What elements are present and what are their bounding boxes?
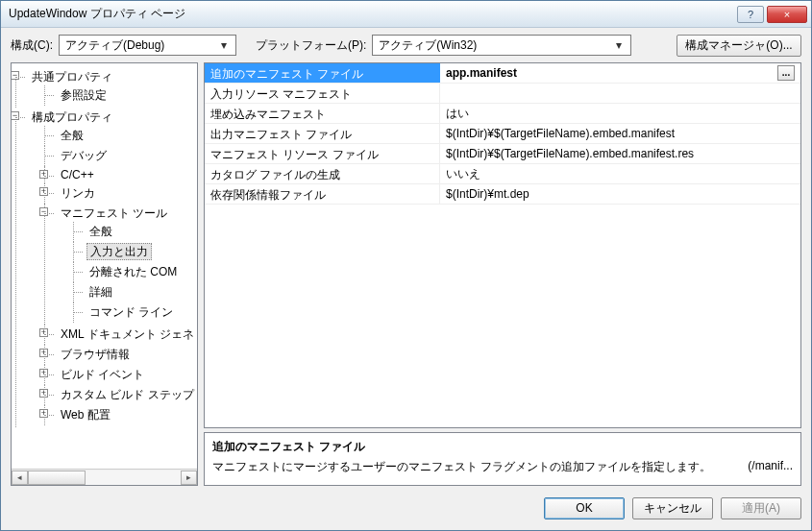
tree-node-web[interactable]: Web 配置 [58, 407, 113, 422]
property-name: 出力マニフェスト ファイル [205, 124, 440, 143]
tree-node-manifest-com[interactable]: 分離された COM [86, 264, 180, 279]
config-combo[interactable]: アクティブ(Debug) ▾ [59, 35, 236, 56]
cancel-button[interactable]: キャンセル [632, 497, 713, 519]
property-row[interactable]: 依存関係情報ファイル$(IntDir)¥mt.dep [205, 184, 800, 205]
property-row[interactable]: カタログ ファイルの生成いいえ [205, 164, 800, 184]
expand-icon[interactable]: + [39, 409, 48, 418]
config-toolbar: 構成(C): アクティブ(Debug) ▾ プラットフォーム(P): アクティブ… [1, 28, 811, 62]
collapse-icon[interactable]: − [12, 71, 19, 80]
description-pane: 追加のマニフェスト ファイル マニフェストにマージするユーザーのマニフェスト フ… [204, 432, 801, 486]
property-row[interactable]: マニフェスト リソース ファイル$(IntDir)¥$(TargetFileNa… [205, 144, 800, 164]
platform-combo-value: アクティブ(Win32) [379, 37, 611, 54]
tree-scrollbar[interactable]: ◂ ▸ [12, 469, 197, 485]
platform-label: プラットフォーム(P): [256, 37, 366, 54]
close-icon: × [784, 9, 790, 20]
scroll-left-icon[interactable]: ◂ [12, 471, 28, 485]
tree-node-manifest[interactable]: マニフェスト ツール [58, 205, 170, 221]
tree-node-common[interactable]: 共通プロパティ [29, 69, 115, 84]
tree-node-manifest-general[interactable]: 全般 [86, 224, 115, 239]
tree-node-manifest-io[interactable]: 入力と出力 [86, 243, 152, 260]
config-manager-button[interactable]: 構成マネージャ(O)... [677, 35, 801, 57]
description-title: 追加のマニフェスト ファイル [212, 439, 793, 455]
tree-node-debug[interactable]: デバッグ [58, 148, 110, 163]
property-name: マニフェスト リソース ファイル [205, 144, 440, 163]
config-label: 構成(C): [11, 37, 53, 54]
property-row[interactable]: 出力マニフェスト ファイル$(IntDir)¥$(TargetFileName)… [205, 124, 800, 144]
ok-button[interactable]: OK [544, 497, 625, 519]
tree-node-references[interactable]: 参照設定 [58, 87, 110, 103]
expand-icon[interactable]: + [39, 328, 48, 337]
property-name: 追加のマニフェスト ファイル [205, 63, 440, 83]
property-value[interactable]: いいえ [440, 164, 800, 183]
help-icon: ? [748, 9, 753, 20]
tree-node-browse[interactable]: ブラウザ情報 [58, 347, 133, 362]
expand-icon[interactable]: + [39, 170, 48, 179]
property-value[interactable]: $(IntDir)¥mt.dep [440, 184, 800, 204]
category-tree[interactable]: − 共通プロパティ 参照設定 − 構成プロパティ 全般 デバッグ +C/C++ [12, 63, 197, 469]
property-row[interactable]: 埋め込みマニフェストはい [205, 104, 800, 124]
dialog-footer: OK キャンセル 適用(A) [1, 492, 811, 530]
tree-node-linker[interactable]: リンカ [58, 185, 98, 201]
tree-node-custom[interactable]: カスタム ビルド ステップ [58, 387, 197, 402]
property-name: 埋め込みマニフェスト [205, 104, 440, 123]
scroll-right-icon[interactable]: ▸ [181, 471, 197, 485]
collapse-icon[interactable]: − [12, 111, 19, 120]
expand-icon[interactable]: + [39, 187, 48, 196]
expand-icon[interactable]: + [39, 369, 48, 377]
tree-pane: − 共通プロパティ 参照設定 − 構成プロパティ 全般 デバッグ +C/C++ [11, 62, 198, 486]
tree-node-manifest-advanced[interactable]: 詳細 [86, 284, 115, 300]
scroll-thumb[interactable] [28, 471, 86, 485]
property-pages-dialog: UpdateWindow プロパティ ページ ? × 構成(C): アクティブ(… [0, 0, 812, 531]
browse-button[interactable]: ... [777, 65, 795, 81]
collapse-icon[interactable]: − [39, 207, 48, 216]
property-grid[interactable]: 追加のマニフェスト ファイルapp.manifest...入力リソース マニフェ… [204, 62, 801, 428]
property-row[interactable]: 追加のマニフェスト ファイルapp.manifest... [205, 63, 800, 84]
property-value[interactable]: $(IntDir)¥$(TargetFileName).embed.manife… [440, 144, 800, 163]
tree-node-cpp[interactable]: C/C++ [58, 167, 97, 182]
tree-node-build[interactable]: ビルド イベント [58, 367, 147, 382]
property-name: 入力リソース マニフェスト [205, 84, 440, 103]
help-button[interactable]: ? [737, 6, 764, 23]
window-title: UpdateWindow プロパティ ページ [9, 6, 737, 22]
close-button[interactable]: × [767, 6, 807, 23]
property-row[interactable]: 入力リソース マニフェスト [205, 84, 800, 104]
scroll-track[interactable] [28, 471, 181, 485]
chevron-down-icon: ▾ [216, 37, 232, 53]
property-value[interactable] [440, 84, 800, 103]
tree-node-xml[interactable]: XML ドキュメント ジェネ [58, 326, 197, 342]
property-name: カタログ ファイルの生成 [205, 164, 440, 183]
config-combo-value: アクティブ(Debug) [65, 37, 216, 54]
apply-button: 適用(A) [721, 497, 801, 519]
chevron-down-icon: ▾ [611, 37, 627, 53]
tree-node-general[interactable]: 全般 [58, 128, 86, 143]
platform-combo[interactable]: アクティブ(Win32) ▾ [372, 35, 631, 56]
expand-icon[interactable]: + [39, 389, 48, 398]
description-flag: (/manif... [748, 459, 793, 472]
tree-node-config[interactable]: 構成プロパティ [29, 109, 115, 125]
property-value[interactable]: はい [440, 104, 800, 123]
property-value[interactable]: $(IntDir)¥$(TargetFileName).embed.manife… [440, 124, 800, 143]
expand-icon[interactable]: + [39, 349, 48, 357]
property-value[interactable]: app.manifest... [440, 63, 800, 83]
tree-node-manifest-cmd[interactable]: コマンド ライン [86, 304, 176, 320]
titlebar: UpdateWindow プロパティ ページ ? × [1, 1, 811, 28]
property-name: 依存関係情報ファイル [205, 184, 440, 204]
description-body: マニフェストにマージするユーザーのマニフェスト フラグメントの追加ファイルを指定… [212, 459, 793, 475]
